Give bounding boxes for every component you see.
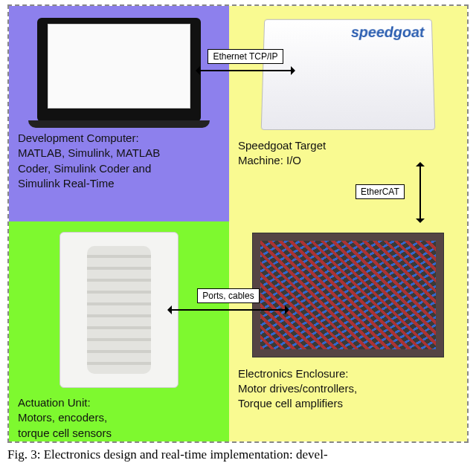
enclosure-title: Electronics Enclosure: bbox=[238, 367, 348, 380]
panel-development-computer: Development Computer: MATLAB, Simulink, … bbox=[9, 6, 229, 221]
actuation-line2: torque cell sensors bbox=[18, 427, 112, 439]
figure-caption: Fig. 3: Electronics design and real-time… bbox=[0, 446, 476, 463]
actuation-line1: Motors, encoders, bbox=[18, 411, 107, 424]
arrow-ethernet-label: Ethernet TCP/IP bbox=[208, 49, 283, 64]
enclosure-label: Electronics Enclosure: Motor drives/cont… bbox=[238, 366, 458, 412]
dev-line3: Simulink Real-Time bbox=[18, 177, 114, 190]
arrow-ethercat-label: EtherCAT bbox=[356, 184, 405, 199]
dev-title: Development Computer: bbox=[18, 132, 139, 144]
target-title: Speedgoat Target bbox=[238, 139, 326, 152]
dev-line2: Coder, Simulink Coder and bbox=[18, 162, 151, 175]
target-label: Speedgoat Target Machine: I/O bbox=[238, 138, 458, 169]
arrow-ports-label: Ports, cables bbox=[197, 288, 259, 303]
actuation-title: Actuation Unit: bbox=[18, 396, 91, 409]
system-diagram: Development Computer: MATLAB, Simulink, … bbox=[7, 4, 469, 443]
panel-actuation-unit: Actuation Unit: Motors, encoders, torque… bbox=[9, 221, 229, 441]
arrow-ports-cables: Ports, cables bbox=[165, 288, 292, 311]
enclosure-line2: Torque cell amplifiers bbox=[238, 397, 343, 409]
laptop-icon bbox=[37, 18, 201, 122]
actuator-icon bbox=[60, 232, 178, 388]
actuation-label: Actuation Unit: Motors, encoders, torque… bbox=[18, 395, 220, 441]
speedgoat-icon bbox=[261, 19, 436, 130]
dev-line1: MATLAB, Simulink, MATLAB bbox=[18, 146, 160, 159]
dev-label: Development Computer: MATLAB, Simulink, … bbox=[18, 131, 220, 191]
arrow-ethernet: Ethernet TCP/IP bbox=[193, 49, 298, 71]
target-line1: Machine: I/O bbox=[238, 154, 301, 166]
enclosure-line1: Motor drives/controllers, bbox=[238, 382, 357, 395]
